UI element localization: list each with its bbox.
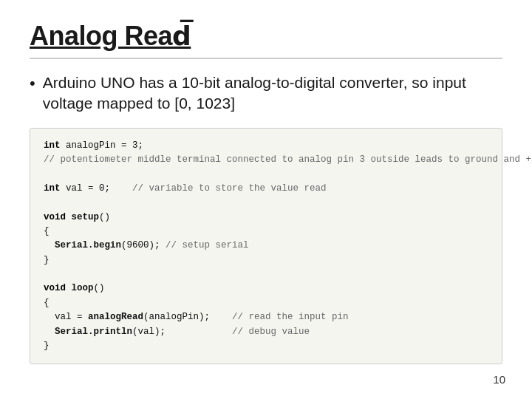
code-line-11: Serial.println(val); // debug value [44, 325, 488, 339]
code-line-blank-3 [44, 267, 488, 282]
slide-container: Analog Read̅ • Arduino UNO has a 10-bit … [0, 0, 532, 379]
code-line-4: void setup() [44, 211, 488, 225]
code-line-8: void loop() [44, 282, 488, 296]
code-line-10: val = analogRead(analogPin); // read the… [44, 310, 488, 324]
bullet-item: • Arduino UNO has a 10-bit analog-to-dig… [30, 72, 502, 115]
bullet-section: • Arduino UNO has a 10-bit analog-to-dig… [30, 72, 502, 115]
code-line-7: } [44, 253, 488, 267]
slide-title: Analog Read̅ [30, 21, 502, 59]
code-line-12: } [44, 339, 488, 353]
code-line-3: int val = 0; // variable to store the va… [44, 182, 488, 196]
code-line-blank-1 [44, 167, 488, 181]
bullet-dot: • [30, 72, 35, 95]
code-line-blank-2 [44, 196, 488, 210]
code-line-2: // potentiometer middle terminal connect… [44, 153, 488, 167]
title-text: Analog Read [30, 21, 191, 51]
page-number: 10 [493, 373, 505, 386]
code-line-5: { [44, 225, 488, 239]
code-block: int analogPin = 3; // potentiometer midd… [30, 128, 502, 365]
code-line-6: Serial.begin(9600); // setup serial [44, 239, 488, 253]
code-line-9: { [44, 296, 488, 310]
bullet-text: Arduino UNO has a 10-bit analog-to-digit… [43, 72, 502, 115]
code-line-1: int analogPin = 3; [44, 139, 488, 153]
